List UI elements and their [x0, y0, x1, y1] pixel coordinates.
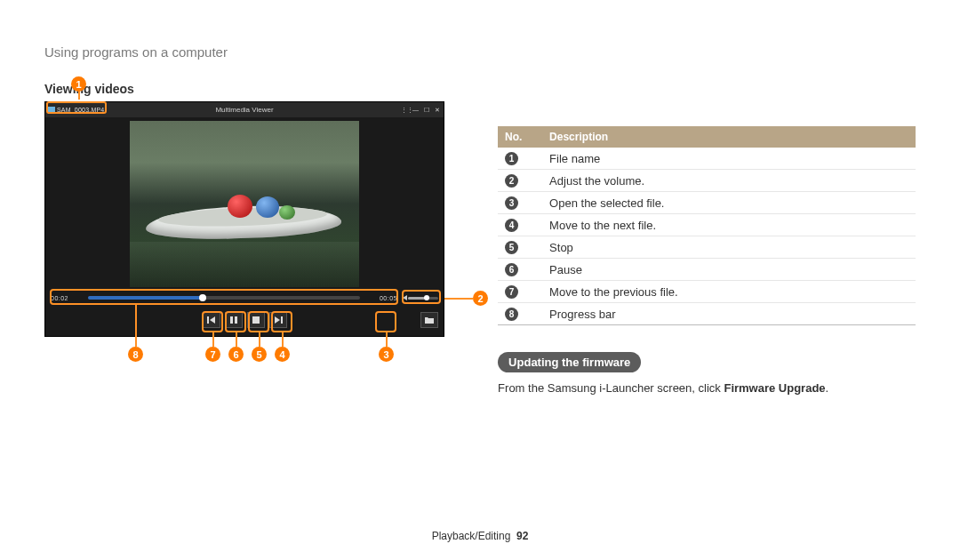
- callout-highlight-open: [375, 311, 396, 332]
- callout-3: 3: [379, 347, 394, 362]
- table-row: 1File name: [498, 148, 916, 170]
- firmware-instruction: From the Samsung i-Launcher screen, clic…: [498, 380, 916, 397]
- callout-leader-2: [444, 298, 473, 300]
- breadcrumb: Using programs on a computer: [44, 44, 916, 60]
- callout-highlight-progress: [50, 289, 398, 305]
- callout-leader-4: [282, 332, 284, 347]
- close-icon[interactable]: ✕: [433, 106, 441, 114]
- callout-highlight-pause: [225, 311, 246, 332]
- open-file-button[interactable]: [420, 312, 438, 328]
- table-header-no: No.: [498, 126, 542, 148]
- prefs-icon[interactable]: ⋮⋮: [401, 106, 409, 114]
- table-header-desc: Description: [542, 126, 916, 148]
- callout-7: 7: [205, 347, 220, 362]
- table-row: 5Stop: [498, 236, 916, 259]
- table-row: 3Open the selected file.: [498, 192, 916, 214]
- page-footer: Playback/Editing 92: [0, 530, 960, 542]
- maximize-icon[interactable]: ☐: [422, 106, 430, 114]
- callout-highlight-prev: [202, 311, 223, 332]
- callout-leader-3: [386, 332, 388, 347]
- callout-2: 2: [473, 291, 488, 306]
- minimize-icon[interactable]: —: [412, 106, 420, 114]
- callout-leader-1: [78, 91, 80, 100]
- callout-6: 6: [228, 347, 244, 362]
- callout-1: 1: [71, 76, 86, 92]
- callout-leader-8: [135, 305, 137, 347]
- callout-leader-5: [259, 332, 260, 347]
- callout-leader-6: [236, 332, 237, 347]
- callout-highlight-stop: [248, 311, 269, 332]
- callout-highlight-volume: [402, 290, 441, 304]
- table-row: 6Pause: [498, 259, 916, 281]
- table-row: 8Progress bar: [498, 303, 916, 325]
- description-table: No. Description 1File name 2Adjust the v…: [498, 126, 916, 325]
- callout-4: 4: [275, 347, 290, 362]
- table-row: 7Move to the previous file.: [498, 281, 916, 303]
- callout-highlight-filename: [46, 101, 107, 114]
- table-row: 4Move to the next file.: [498, 214, 916, 236]
- section-pill-firmware: Updating the firmware: [498, 352, 641, 372]
- callout-8: 8: [128, 347, 143, 362]
- callout-5: 5: [252, 347, 267, 362]
- video-canvas: [130, 121, 359, 287]
- callout-leader-7: [212, 332, 214, 347]
- callout-highlight-next: [271, 311, 292, 332]
- section-title-viewing: Viewing videos: [44, 82, 453, 96]
- table-row: 2Adjust the volume.: [498, 170, 916, 192]
